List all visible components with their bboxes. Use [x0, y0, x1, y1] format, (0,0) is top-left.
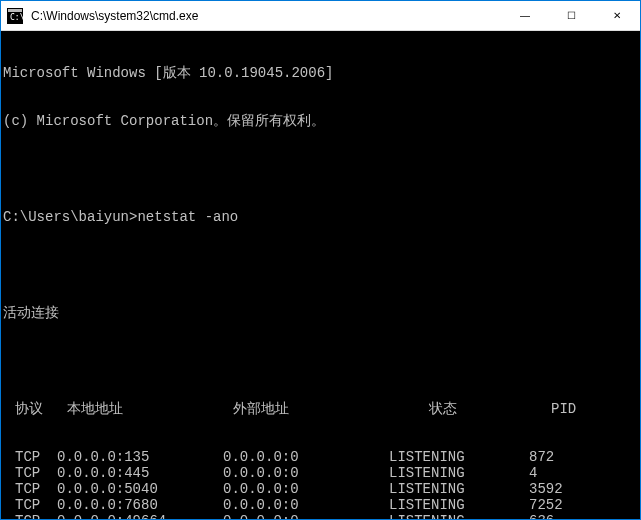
prompt-command: netstat -ano [137, 209, 238, 225]
cell-proto: TCP [3, 449, 57, 465]
cell-pid: 872 [529, 449, 638, 465]
prompt-path: C:\Users\baiyun> [3, 209, 137, 225]
svg-rect-1 [8, 9, 22, 12]
cell-local: 0.0.0.0:5040 [57, 481, 223, 497]
table-header: 协议 本地地址 外部地址 状态 PID [3, 401, 638, 417]
cell-proto: TCP [3, 513, 57, 519]
minimize-button[interactable]: — [502, 1, 548, 30]
maximize-button[interactable]: ☐ [548, 1, 594, 30]
header-local: 本地地址 [57, 401, 223, 417]
cell-proto: TCP [3, 481, 57, 497]
connection-rows: TCP0.0.0.0:1350.0.0.0:0LISTENING872TCP0.… [3, 449, 638, 519]
cell-local: 0.0.0.0:135 [57, 449, 223, 465]
window-title: C:\Windows\system32\cmd.exe [29, 9, 502, 23]
blank-line [3, 161, 638, 177]
table-row: TCP0.0.0.0:496640.0.0.0:0LISTENING636 [3, 513, 638, 519]
table-row: TCP0.0.0.0:50400.0.0.0:0LISTENING3592 [3, 481, 638, 497]
cell-state: LISTENING [389, 465, 529, 481]
cell-local: 0.0.0.0:49664 [57, 513, 223, 519]
header-foreign: 外部地址 [223, 401, 389, 417]
cell-local: 0.0.0.0:445 [57, 465, 223, 481]
svg-text:C:\: C:\ [10, 13, 23, 22]
blank-line [3, 353, 638, 369]
header-state: 状态 [389, 401, 529, 417]
banner-line-2: (c) Microsoft Corporation。保留所有权利。 [3, 113, 638, 129]
cell-state: LISTENING [389, 481, 529, 497]
cell-foreign: 0.0.0.0:0 [223, 465, 389, 481]
cell-state: LISTENING [389, 497, 529, 513]
section-title: 活动连接 [3, 305, 638, 321]
cell-pid: 7252 [529, 497, 638, 513]
blank-line [3, 257, 638, 273]
cmd-icon: C:\ [7, 8, 23, 24]
cell-proto: TCP [3, 497, 57, 513]
cell-state: LISTENING [389, 449, 529, 465]
table-row: TCP0.0.0.0:1350.0.0.0:0LISTENING872 [3, 449, 638, 465]
cell-proto: TCP [3, 465, 57, 481]
cell-foreign: 0.0.0.0:0 [223, 497, 389, 513]
cell-state: LISTENING [389, 513, 529, 519]
cell-local: 0.0.0.0:7680 [57, 497, 223, 513]
header-proto: 协议 [3, 401, 57, 417]
table-row: TCP0.0.0.0:76800.0.0.0:0LISTENING7252 [3, 497, 638, 513]
cell-foreign: 0.0.0.0:0 [223, 481, 389, 497]
cell-foreign: 0.0.0.0:0 [223, 513, 389, 519]
close-button[interactable]: ✕ [594, 1, 640, 30]
window-controls: — ☐ ✕ [502, 1, 640, 30]
cmd-window: C:\ C:\Windows\system32\cmd.exe — ☐ ✕ Mi… [1, 1, 640, 519]
prompt-line: C:\Users\baiyun>netstat -ano [3, 209, 638, 225]
banner-line-1: Microsoft Windows [版本 10.0.19045.2006] [3, 65, 638, 81]
cell-foreign: 0.0.0.0:0 [223, 449, 389, 465]
titlebar[interactable]: C:\ C:\Windows\system32\cmd.exe — ☐ ✕ [1, 1, 640, 31]
cell-pid: 636 [529, 513, 638, 519]
cell-pid: 3592 [529, 481, 638, 497]
header-pid: PID [529, 401, 638, 417]
cell-pid: 4 [529, 465, 638, 481]
terminal-output[interactable]: Microsoft Windows [版本 10.0.19045.2006] (… [1, 31, 640, 519]
table-row: TCP0.0.0.0:4450.0.0.0:0LISTENING4 [3, 465, 638, 481]
